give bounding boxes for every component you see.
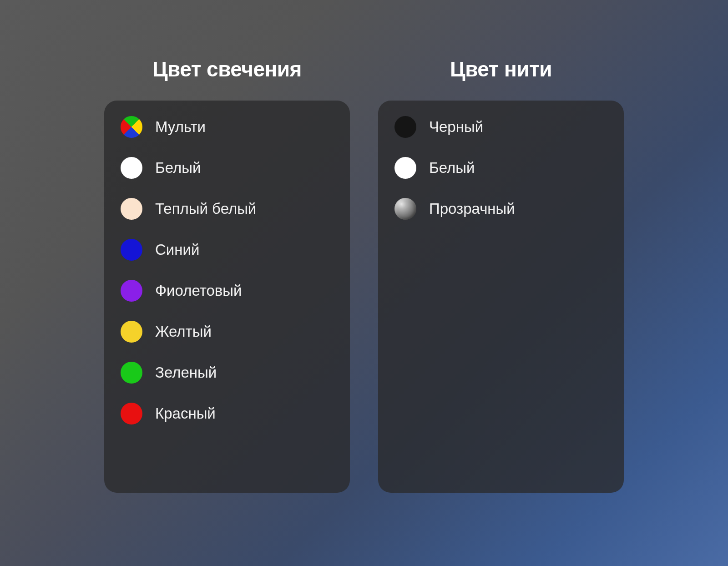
thread-option-black[interactable]: Черный [394,116,607,138]
glow-option-purple[interactable]: Фиолетовый [121,280,334,302]
option-label: Теплый белый [155,200,256,217]
option-label: Мульти [155,118,206,136]
glow-color-card: Мульти Белый Теплый белый Синий Фиолетов… [104,101,350,493]
white-swatch-icon [121,157,142,179]
yellow-swatch-icon [121,321,142,343]
black-swatch-icon [394,116,416,138]
option-label: Прозрачный [429,200,515,217]
thread-color-card: Черный Белый Прозрачный [378,101,624,493]
white-swatch-icon [394,157,416,179]
purple-swatch-icon [121,280,142,302]
thread-option-white[interactable]: Белый [394,157,607,179]
glow-option-red[interactable]: Красный [121,403,334,424]
green-swatch-icon [121,362,142,384]
glow-option-warm-white[interactable]: Теплый белый [121,198,334,220]
thread-color-column: Цвет нити Черный Белый Прозрачный [378,57,624,493]
glow-color-title: Цвет свечения [152,57,302,81]
option-label: Красный [155,405,216,422]
option-label: Фиолетовый [155,282,242,299]
thread-option-transparent[interactable]: Прозрачный [394,198,607,220]
glow-color-column: Цвет свечения Мульти Белый Теплый белый … [104,57,350,493]
multi-color-swatch-icon [116,111,147,142]
warm-white-swatch-icon [121,198,142,220]
glow-option-yellow[interactable]: Желтый [121,321,334,343]
option-label: Белый [429,159,475,177]
thread-color-title: Цвет нити [450,57,552,81]
option-label: Желтый [155,323,212,340]
option-label: Синий [155,241,199,258]
glow-option-green[interactable]: Зеленый [121,362,334,384]
red-swatch-icon [121,403,142,424]
glow-option-multi[interactable]: Мульти [121,116,334,138]
blue-swatch-icon [121,239,142,261]
glow-option-blue[interactable]: Синий [121,239,334,261]
option-label: Черный [429,118,483,136]
glow-option-white[interactable]: Белый [121,157,334,179]
option-label: Белый [155,159,201,177]
transparent-swatch-icon [394,198,416,220]
option-label: Зеленый [155,364,217,381]
